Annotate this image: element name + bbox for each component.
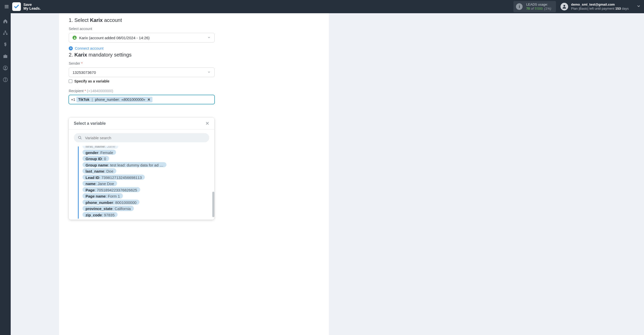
svg-rect-3: [6, 34, 7, 35]
svg-point-8: [5, 80, 6, 81]
account-email: demo_sml_test@gmail.com: [571, 3, 629, 7]
group-indicator: [78, 146, 79, 219]
step2-title: 2. Karix mandatory settings: [69, 52, 319, 58]
step1-title: 1. Select Karix account: [69, 17, 319, 23]
variable-popover: Select a variable ✕ first_name: Janegend…: [69, 118, 214, 220]
sender-select[interactable]: 13253073670: [69, 67, 215, 77]
svg-point-9: [74, 37, 75, 38]
recipient-prefix: +1: [71, 97, 75, 102]
variable-tag: TikTok|phone_number: «8001000000» ✕: [76, 97, 152, 102]
variable-item[interactable]: last_name: Doe: [82, 168, 116, 174]
recipient-label: Recipient * (+14840000000): [69, 89, 319, 93]
variable-item[interactable]: Group ID: 0: [82, 156, 109, 161]
topbar: Save My Leads. i LEADS usage: 70of5'000(…: [0, 0, 644, 13]
checkbox-icon: [69, 79, 72, 83]
account-connected-icon: [73, 36, 77, 40]
popover-title: Select a variable: [74, 121, 106, 126]
sitemap-icon[interactable]: [3, 30, 8, 36]
svg-rect-1: [5, 31, 6, 32]
variable-item[interactable]: Group name: test lead: dummy data for ad…: [82, 162, 166, 168]
remove-tag-icon[interactable]: ✕: [147, 97, 150, 102]
recipient-input[interactable]: +1 TikTok|phone_number: «8001000000» ✕: [69, 95, 215, 104]
variable-item[interactable]: phone_number: 8001000000: [82, 200, 139, 205]
chevron-down-icon: [207, 70, 211, 75]
variable-item[interactable]: zip_code: 97835: [82, 212, 118, 217]
variable-item[interactable]: province_state: California: [82, 206, 134, 211]
hamburger-menu-icon[interactable]: [3, 3, 10, 10]
dollar-icon[interactable]: [3, 42, 8, 47]
variable-item[interactable]: first_name: Jane: [82, 146, 118, 149]
sidebar: [0, 13, 11, 335]
account-plan: Plan |Basic| left until payment 153 days: [571, 7, 629, 11]
info-icon: i: [516, 3, 523, 10]
variable-item[interactable]: Page: 7051894223376826625: [82, 187, 140, 192]
svg-rect-4: [4, 55, 7, 58]
search-icon: [78, 136, 82, 140]
logo[interactable]: Save My Leads.: [12, 2, 41, 11]
account-select[interactable]: Karix (account added 08/01/2024 - 14:26): [69, 33, 215, 43]
variable-search[interactable]: [74, 133, 209, 142]
variable-item[interactable]: Page name: Form 1: [82, 193, 123, 199]
svg-point-10: [78, 136, 81, 138]
logo-mark-icon: [12, 2, 21, 11]
logo-text: Save My Leads.: [23, 3, 41, 10]
sender-label: Sender *: [69, 61, 319, 65]
svg-point-6: [5, 67, 6, 68]
variable-item[interactable]: Lead ID: 7398127132456698113: [82, 175, 145, 180]
scrollbar-thumb[interactable]: [212, 192, 214, 217]
settings-card: 1. Select Karix account Select account K…: [59, 13, 329, 335]
select-account-label: Select account: [69, 27, 319, 31]
variable-item[interactable]: gender: Female: [82, 150, 116, 155]
help-icon[interactable]: [3, 77, 8, 82]
user-circle-icon[interactable]: [3, 65, 8, 71]
account-menu[interactable]: demo_sml_test@gmail.com Plan |Basic| lef…: [561, 3, 641, 11]
chevron-down-icon: [636, 4, 641, 9]
home-icon[interactable]: [3, 18, 8, 24]
svg-rect-2: [3, 34, 5, 35]
avatar-icon: [561, 3, 568, 10]
close-icon[interactable]: ✕: [205, 121, 209, 126]
variable-item[interactable]: name: Jane Doe: [82, 181, 117, 186]
briefcase-icon[interactable]: [3, 53, 8, 59]
usage-value: 70of5'000(1%): [526, 7, 551, 11]
chevron-down-icon: [207, 36, 211, 40]
account-select-value: Karix (account added 08/01/2024 - 14:26): [79, 36, 150, 40]
svg-point-0: [563, 5, 565, 7]
variable-search-input[interactable]: [85, 136, 205, 140]
usage-title: LEADS usage:: [526, 3, 551, 7]
specify-variable-checkbox[interactable]: Specify as a variable: [69, 79, 319, 83]
connect-account-link[interactable]: Connect account: [69, 46, 319, 50]
plus-circle-icon: [69, 46, 73, 50]
leads-usage-panel: i LEADS usage: 70of5'000(1%): [513, 1, 556, 12]
content: 1. Select Karix account Select account K…: [11, 13, 644, 335]
sender-value: 13253073670: [73, 70, 96, 75]
